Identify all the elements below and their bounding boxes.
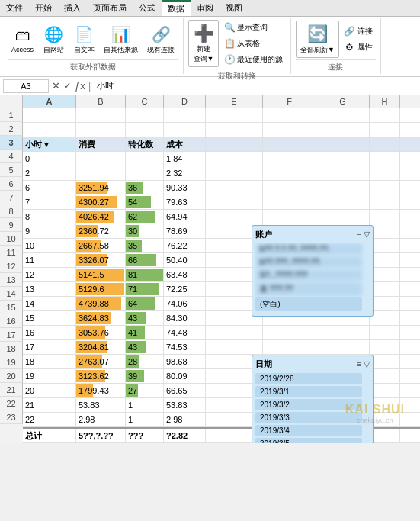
cell-H10[interactable] bbox=[370, 239, 400, 252]
cell-H16[interactable] bbox=[370, 326, 400, 339]
cell-A8[interactable]: 8 bbox=[23, 210, 76, 224]
cell-D6[interactable]: 90.33 bbox=[164, 181, 206, 195]
cell-F2[interactable] bbox=[263, 123, 316, 137]
row-num-4[interactable]: 4 bbox=[0, 150, 23, 163]
cell-G3[interactable] bbox=[316, 137, 370, 151]
cell-G8[interactable] bbox=[316, 210, 370, 224]
cell-F7[interactable] bbox=[263, 195, 316, 209]
cell-B22[interactable]: 2.98 bbox=[76, 413, 126, 426]
row-num-18[interactable]: 18 bbox=[0, 342, 23, 355]
cell-D14[interactable]: 74.06 bbox=[164, 297, 206, 310]
row-num-8[interactable]: 8 bbox=[0, 204, 23, 218]
cell-A3[interactable]: 小时 ▾ bbox=[23, 137, 76, 151]
cell-A4[interactable]: 0 bbox=[23, 152, 76, 166]
access-button[interactable]: 🗃 Access bbox=[8, 22, 37, 56]
row-num-14[interactable]: 14 bbox=[0, 287, 23, 301]
cell-B12[interactable]: 5141.5 bbox=[76, 268, 126, 281]
cell-B11[interactable]: 3326.07 bbox=[76, 253, 126, 267]
tab-insert[interactable]: 插入 bbox=[58, 0, 87, 16]
list-item[interactable]: 2019/3/5 bbox=[255, 438, 362, 443]
recent-sources-button[interactable]: 🕐 最近使用的源 bbox=[220, 52, 286, 67]
cell-D3[interactable]: 成本 bbox=[164, 137, 206, 151]
cell-F6[interactable] bbox=[263, 181, 316, 195]
list-item[interactable]: 2019/3/1 bbox=[255, 386, 362, 397]
cell-B6[interactable]: 3251.94 bbox=[76, 181, 126, 195]
cell-G5[interactable] bbox=[316, 166, 370, 180]
row-num-23[interactable]: 23 bbox=[0, 410, 23, 424]
cell-C5[interactable] bbox=[126, 166, 164, 180]
cell-reference[interactable] bbox=[3, 79, 49, 93]
cell-A16[interactable]: 16 bbox=[23, 326, 76, 339]
cell-B9[interactable]: 2360.72 bbox=[76, 224, 126, 238]
row-num-2[interactable]: 2 bbox=[0, 122, 23, 136]
cell-C12[interactable]: 81 bbox=[126, 268, 164, 281]
existing-connections-button[interactable]: 🔗 现有连接 bbox=[143, 21, 178, 57]
cell-B16[interactable]: 3053.76 bbox=[76, 326, 126, 339]
row-num-12[interactable]: 12 bbox=[0, 259, 23, 273]
list-item[interactable]: 2019/3/4 bbox=[255, 425, 362, 436]
tab-page-layout[interactable]: 页面布局 bbox=[87, 0, 133, 16]
list-item[interactable]: (空白) bbox=[255, 297, 362, 311]
cell-F17[interactable] bbox=[263, 340, 316, 354]
cell-B13[interactable]: 5129.6 bbox=[76, 282, 126, 296]
cell-H23[interactable] bbox=[370, 429, 400, 442]
cell-A17[interactable]: 17 bbox=[23, 340, 76, 354]
cell-G7[interactable] bbox=[316, 195, 370, 209]
cell-D1[interactable] bbox=[164, 108, 206, 122]
cell-A5[interactable]: 2 bbox=[23, 166, 76, 180]
list-item[interactable]: S?...????.??? bbox=[255, 269, 362, 281]
row-num-6[interactable]: 6 bbox=[0, 177, 23, 191]
row-num-9[interactable]: 9 bbox=[0, 218, 23, 232]
cell-C9[interactable]: 30 bbox=[126, 224, 164, 238]
cell-F5[interactable] bbox=[263, 166, 316, 180]
cell-C7[interactable]: 54 bbox=[126, 195, 164, 209]
cell-D4[interactable]: 1.84 bbox=[164, 152, 206, 166]
cell-E1[interactable] bbox=[206, 108, 263, 122]
cell-H14[interactable] bbox=[370, 297, 400, 310]
cell-H1[interactable] bbox=[370, 108, 400, 122]
row-num-13[interactable]: 13 bbox=[0, 273, 23, 287]
cell-A1[interactable] bbox=[23, 108, 76, 122]
cell-H5[interactable] bbox=[370, 166, 400, 180]
cell-H17[interactable] bbox=[370, 340, 400, 354]
cell-D15[interactable]: 84.30 bbox=[164, 311, 206, 325]
cell-B2[interactable] bbox=[76, 123, 126, 137]
cell-D23[interactable]: ?2.82 bbox=[164, 429, 206, 442]
cell-C6[interactable]: 36 bbox=[126, 181, 164, 195]
cell-B21[interactable]: 53.83 bbox=[76, 398, 126, 412]
cell-E3[interactable] bbox=[206, 137, 263, 151]
cell-B7[interactable]: 4300.27 bbox=[76, 195, 126, 209]
cell-D5[interactable]: 2.32 bbox=[164, 166, 206, 180]
cell-B10[interactable]: 2667.58 bbox=[76, 239, 126, 252]
cell-H20[interactable] bbox=[370, 384, 400, 397]
tab-file[interactable]: 文件 bbox=[0, 0, 29, 16]
cell-C10[interactable]: 35 bbox=[126, 239, 164, 252]
cell-C13[interactable]: 71 bbox=[126, 282, 164, 296]
row-num-10[interactable]: 10 bbox=[0, 232, 23, 246]
cell-D12[interactable]: 63.48 bbox=[164, 268, 206, 281]
filter-sort-icon[interactable]: ≡ bbox=[357, 230, 361, 240]
cell-H3[interactable] bbox=[370, 137, 400, 151]
cell-H12[interactable] bbox=[370, 268, 400, 281]
cell-C23[interactable]: ??? bbox=[126, 429, 164, 442]
cell-E2[interactable] bbox=[206, 123, 263, 137]
row-num-16[interactable]: 16 bbox=[0, 314, 23, 328]
cell-A19[interactable]: 19 bbox=[23, 369, 76, 383]
row-num-17[interactable]: 17 bbox=[0, 328, 23, 342]
cell-B17[interactable]: 3204.81 bbox=[76, 340, 126, 354]
cell-D16[interactable]: 74.48 bbox=[164, 326, 206, 339]
col-header-E[interactable]: E bbox=[206, 95, 263, 108]
cell-C2[interactable] bbox=[126, 123, 164, 137]
cell-C11[interactable]: 66 bbox=[126, 253, 164, 267]
cell-A2[interactable] bbox=[23, 123, 76, 137]
col-header-A[interactable]: A bbox=[23, 95, 76, 108]
cell-H18[interactable] bbox=[370, 355, 400, 368]
cell-E17[interactable] bbox=[206, 340, 263, 354]
connections-button[interactable]: 🔗 连接 bbox=[341, 24, 376, 39]
cell-H2[interactable] bbox=[370, 123, 400, 137]
cell-C15[interactable]: 43 bbox=[126, 311, 164, 325]
cell-A23[interactable]: 总计 bbox=[23, 429, 76, 442]
cell-B18[interactable]: 2763.07 bbox=[76, 355, 126, 368]
cell-B4[interactable] bbox=[76, 152, 126, 166]
cell-E8[interactable] bbox=[206, 210, 263, 224]
